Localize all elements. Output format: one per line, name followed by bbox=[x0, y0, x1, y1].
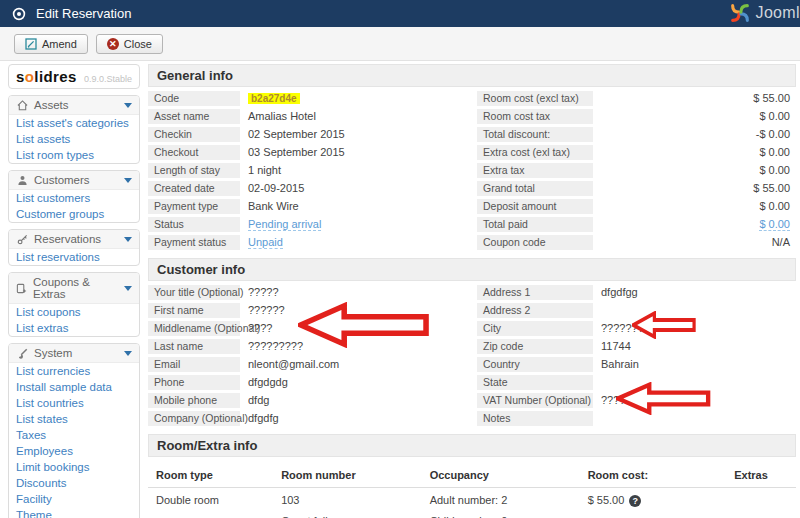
field-row-created-date: Created date02-09-2015 bbox=[148, 181, 467, 196]
chevron-down-icon bbox=[124, 103, 132, 108]
cell-extras bbox=[714, 494, 788, 507]
field-label: Address 1 bbox=[477, 285, 593, 300]
joomla-wordmark: Joomla bbox=[756, 4, 800, 22]
field-value: ????? bbox=[240, 285, 467, 300]
field-value: 02 September 2015 bbox=[240, 127, 467, 142]
chevron-down-icon bbox=[124, 178, 132, 183]
sidebar-item-employees[interactable]: Employees bbox=[9, 443, 139, 459]
field-label: Notes bbox=[477, 411, 593, 426]
field-row-your-title-optional: Your title (Optional)????? bbox=[148, 285, 467, 300]
sidebar-item-list-asset-s-categories[interactable]: List asset's categories bbox=[9, 115, 139, 131]
field-value: dfgdgdg bbox=[240, 375, 467, 390]
sidebar-item-list-countries[interactable]: List countries bbox=[9, 395, 139, 411]
sidebar-section-header-assets[interactable]: Assets bbox=[9, 96, 139, 115]
field-value: Bank Wire bbox=[240, 199, 467, 214]
field-value: b2a27d4e bbox=[240, 91, 467, 106]
room-table-row-1: Double room103Adult number: 2$ 55.00? bbox=[148, 488, 796, 509]
sidebar-item-list-coupons[interactable]: List coupons bbox=[9, 304, 139, 320]
close-button[interactable]: ✕ Close bbox=[96, 34, 163, 54]
field-label: Address 2 bbox=[477, 303, 593, 318]
section-label: Reservations bbox=[34, 233, 101, 245]
field-value: Unpaid bbox=[240, 235, 467, 250]
field-value: $ 0.00 bbox=[593, 109, 796, 124]
sidebar-item-discounts[interactable]: Discounts bbox=[9, 475, 139, 491]
room-extra-info-header: Room/Extra info bbox=[148, 434, 796, 457]
field-value: $ 0.00 bbox=[593, 217, 796, 232]
sidebar-item-list-customers[interactable]: List customers bbox=[9, 190, 139, 206]
field-row-extra-tax: Extra tax$ 0.00 bbox=[477, 163, 796, 178]
field-row-payment-status: Payment statusUnpaid bbox=[148, 235, 467, 250]
room-column-occupancy: Occupancy bbox=[430, 469, 588, 481]
field-row-total-paid: Total paid$ 0.00 bbox=[477, 217, 796, 232]
field-label: Status bbox=[148, 217, 240, 232]
sidebar-item-list-states[interactable]: List states bbox=[9, 411, 139, 427]
sidebar-item-theme[interactable]: Theme bbox=[9, 507, 139, 518]
main-content: General info Codeb2a27d4eAsset nameAmali… bbox=[148, 64, 796, 518]
sidebar-section-header-system[interactable]: System bbox=[9, 344, 139, 363]
field-label: VAT Number (Optional) bbox=[477, 393, 593, 408]
sidebar-section-system: SystemList currenciesInstall sample data… bbox=[8, 343, 140, 518]
sidebar-item-limit-bookings[interactable]: Limit bookings bbox=[9, 459, 139, 475]
field-value: $ 0.00 bbox=[593, 163, 796, 178]
field-label: Code bbox=[148, 91, 240, 106]
field-value: $ 0.00 bbox=[593, 145, 796, 160]
field-label: Extra tax bbox=[477, 163, 593, 178]
sidebar-item-list-room-types[interactable]: List room types bbox=[9, 147, 139, 163]
field-label: Room cost tax bbox=[477, 109, 593, 124]
field-row-company-optional: Company (Optional)dfgdfg bbox=[148, 411, 467, 426]
field-row-total-discount: Total discount:-$ 0.00 bbox=[477, 127, 796, 142]
sidebar-item-install-sample-data[interactable]: Install sample data bbox=[9, 379, 139, 395]
field-label: Last name bbox=[148, 339, 240, 354]
sidebar-item-customer-groups[interactable]: Customer groups bbox=[9, 206, 139, 222]
red-arrow-city bbox=[632, 311, 696, 339]
sidebar-item-list-assets[interactable]: List assets bbox=[9, 131, 139, 147]
room-column-room-number: Room number bbox=[281, 469, 430, 481]
help-icon[interactable]: ? bbox=[629, 495, 641, 507]
sidebar-item-list-reservations[interactable]: List reservations bbox=[9, 249, 139, 265]
field-value: dfgdfgg bbox=[593, 285, 796, 300]
field-label: Extra cost (exl tax) bbox=[477, 145, 593, 160]
field-row-zip-code: Zip code11744 bbox=[477, 339, 796, 354]
amend-button[interactable]: Amend bbox=[14, 34, 88, 54]
room-column-room-type: Room type bbox=[156, 469, 281, 481]
field-label: State bbox=[477, 375, 593, 390]
sidebar-item-taxes[interactable]: Taxes bbox=[9, 427, 139, 443]
amend-label: Amend bbox=[42, 38, 77, 50]
sidebar-item-list-currencies[interactable]: List currencies bbox=[9, 363, 139, 379]
key-icon bbox=[16, 234, 28, 245]
editable-value[interactable]: Pending arrival bbox=[248, 218, 321, 231]
field-label: City bbox=[477, 321, 593, 336]
field-value: $ 0.00 bbox=[593, 199, 796, 214]
field-value: -$ 0.00 bbox=[593, 127, 796, 142]
field-label: Middlename (Optional) bbox=[148, 321, 240, 336]
editable-value[interactable]: Unpaid bbox=[248, 236, 283, 249]
field-label: Payment type bbox=[148, 199, 240, 214]
field-label: Mobile phone bbox=[148, 393, 240, 408]
field-label: Email bbox=[148, 357, 240, 372]
sidebar-section-header-reservations[interactable]: Reservations bbox=[9, 230, 139, 249]
joomla-logo[interactable]: Joomla bbox=[729, 2, 800, 24]
editable-value[interactable]: $ 0.00 bbox=[759, 218, 790, 231]
field-label: Zip code bbox=[477, 339, 593, 354]
wrench-icon bbox=[16, 348, 28, 359]
sidebar-section-header-coupons-extras[interactable]: Coupons & Extras bbox=[9, 273, 139, 304]
highlighted-code: b2a27d4e bbox=[248, 93, 300, 104]
field-value: $ 55.00 bbox=[593, 91, 796, 106]
field-row-status: StatusPending arrival bbox=[148, 217, 467, 232]
room-column-extras: Extras bbox=[714, 469, 788, 481]
field-row-coupon-code: Coupon codeN/A bbox=[477, 235, 796, 250]
field-value: dfgdfg bbox=[240, 411, 467, 426]
general-info-header: General info bbox=[148, 64, 796, 87]
field-row-phone: Phonedfgdgdg bbox=[148, 375, 467, 390]
sidebar-item-list-extras[interactable]: List extras bbox=[9, 320, 139, 336]
user-icon bbox=[16, 175, 28, 186]
field-row-mobile-phone: Mobile phonedfdg bbox=[148, 393, 467, 408]
sidebar-section-header-customers[interactable]: Customers bbox=[9, 171, 139, 190]
sidebar-item-facility[interactable]: Facility bbox=[9, 491, 139, 507]
field-label: Length of stay bbox=[148, 163, 240, 178]
field-row-grand-total: Grand total$ 55.00 bbox=[477, 181, 796, 196]
cell-room-number: 103 bbox=[281, 494, 430, 507]
field-label: Country bbox=[477, 357, 593, 372]
field-label: Total discount: bbox=[477, 127, 593, 142]
field-value: $ 55.00 bbox=[593, 181, 796, 196]
